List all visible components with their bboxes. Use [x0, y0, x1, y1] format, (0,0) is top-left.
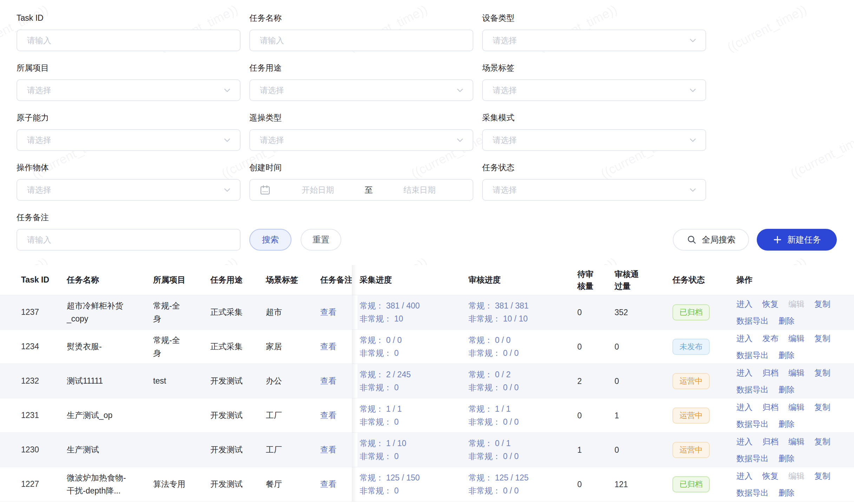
search-button[interactable]: 搜索 — [249, 229, 291, 251]
op-link[interactable]: 删除 — [779, 418, 795, 430]
field-teleop-type: 遥操类型 请选择 — [249, 113, 473, 151]
col-status: 任务状态 — [669, 265, 735, 295]
op-link[interactable]: 进入 — [736, 332, 753, 345]
cell-purpose: 正式采集 — [210, 295, 266, 329]
op-link[interactable]: 进入 — [736, 298, 753, 310]
table-row: 1234 熨烫衣服- 常规-全身 正式采集 家居 查看 常规： 0 / 0非常规… — [0, 330, 854, 364]
op-link[interactable]: 数据导出 — [736, 314, 769, 327]
col-passed-count: 审核通过量 — [613, 265, 669, 295]
op-link[interactable]: 删除 — [779, 349, 795, 362]
start-date-placeholder: 开始日期 — [273, 185, 363, 195]
scene-tag-select[interactable]: 请选择 — [482, 79, 706, 101]
cell-purpose: 开发测试 — [210, 364, 266, 398]
chevron-down-icon — [689, 36, 697, 45]
device-type-select[interactable]: 请选择 — [482, 29, 706, 51]
create-time-range-picker[interactable]: 开始日期 至 结束日期 — [249, 179, 473, 201]
operate-object-select[interactable]: 请选择 — [17, 179, 241, 201]
cell-project: 常规-全身 — [153, 295, 210, 329]
field-label: 任务备注 — [17, 213, 241, 222]
cell-scene-tag: 办公 — [266, 364, 320, 398]
table-row: 1237 超市冷鲜柜补货_copy 常规-全身 正式采集 超市 查看 常规： 3… — [0, 295, 854, 330]
view-remark-link[interactable]: 查看 — [320, 479, 336, 490]
view-remark-link[interactable]: 查看 — [320, 341, 336, 352]
field-create-time: 创建时间 开始日期 至 结束日期 — [249, 163, 473, 201]
cell-review-progress: 常规： 0 / 1非常规： 0 / 0 — [466, 433, 572, 467]
cell-review-progress: 常规： 0 / 0非常规： 0 / 0 — [466, 330, 572, 364]
op-link[interactable]: 复制 — [814, 298, 830, 310]
cell-task-id: 1227 — [0, 467, 67, 501]
op-link[interactable]: 归档 — [762, 435, 779, 448]
cell-project: test — [153, 364, 210, 398]
op-link[interactable]: 删除 — [779, 486, 795, 499]
task-table: Task ID 任务名称 所属项目 任务用途 场景标签 任务备注 采集进度 审核… — [0, 265, 854, 502]
reset-button[interactable]: 重置 — [301, 229, 341, 251]
field-label: 任务用途 — [249, 63, 473, 72]
view-remark-link[interactable]: 查看 — [320, 410, 336, 421]
op-link[interactable]: 编辑 — [788, 401, 804, 413]
op-link[interactable]: 复制 — [814, 435, 830, 448]
cell-passed-count: 352 — [613, 295, 669, 329]
col-purpose: 任务用途 — [210, 265, 266, 295]
col-review-progress: 审核进度 — [466, 265, 572, 295]
op-link[interactable]: 编辑 — [788, 366, 804, 379]
fixed-column-gap — [352, 433, 357, 467]
task-id-input[interactable] — [17, 29, 241, 51]
teleop-type-select[interactable]: 请选择 — [249, 129, 473, 151]
project-select[interactable]: 请选择 — [17, 79, 241, 101]
view-remark-link[interactable]: 查看 — [320, 307, 336, 318]
table-row: 1232 测试11111 test 开发测试 办公 查看 常规： 2 / 245… — [0, 364, 854, 398]
op-link[interactable]: 进入 — [736, 401, 753, 413]
fixed-column-gap — [352, 330, 357, 364]
task-management-page: ((current_time))((current_time))((curren… — [0, 0, 854, 504]
op-link[interactable]: 删除 — [779, 383, 795, 396]
global-search-label: 全局搜索 — [702, 234, 736, 245]
op-link[interactable]: 编辑 — [788, 435, 804, 448]
op-link[interactable]: 进入 — [736, 366, 753, 379]
new-task-button[interactable]: 新建任务 — [757, 229, 837, 251]
select-placeholder: 请选择 — [493, 85, 517, 96]
global-search-button[interactable]: 全局搜索 — [673, 229, 749, 251]
op-link[interactable]: 编辑 — [788, 332, 804, 345]
op-link[interactable]: 删除 — [779, 452, 795, 465]
chevron-down-icon — [223, 136, 231, 144]
cell-scene-tag: 工厂 — [266, 398, 320, 432]
cell-remark: 查看 — [320, 364, 352, 398]
field-label: 所属项目 — [17, 63, 241, 72]
op-link[interactable]: 复制 — [814, 401, 830, 413]
op-link[interactable]: 复制 — [814, 332, 830, 345]
op-link[interactable]: 复制 — [814, 366, 830, 379]
status-badge: 未发布 — [672, 339, 710, 355]
op-link[interactable]: 数据导出 — [736, 486, 769, 499]
collect-mode-select[interactable]: 请选择 — [482, 129, 706, 151]
view-remark-link[interactable]: 查看 — [320, 444, 336, 455]
op-link[interactable]: 归档 — [762, 401, 779, 413]
op-link[interactable]: 删除 — [779, 314, 795, 327]
op-link[interactable]: 进入 — [736, 470, 753, 482]
view-remark-link[interactable]: 查看 — [320, 376, 336, 386]
task-remark-input[interactable] — [17, 229, 241, 251]
op-link[interactable]: 恢复 — [762, 470, 779, 482]
op-link[interactable]: 数据导出 — [736, 349, 769, 362]
op-link[interactable]: 发布 — [762, 332, 779, 345]
status-badge: 已归档 — [672, 304, 710, 320]
task-status-select[interactable]: 请选择 — [482, 179, 706, 201]
op-link[interactable]: 数据导出 — [736, 452, 769, 465]
cell-project: 常规-全身 — [153, 330, 210, 364]
op-link[interactable]: 恢复 — [762, 298, 779, 310]
op-link[interactable]: 归档 — [762, 366, 779, 379]
op-link[interactable]: 数据导出 — [736, 383, 769, 396]
op-link[interactable]: 进入 — [736, 435, 753, 448]
cell-actions: 进入归档编辑复制数据导出删除 — [735, 364, 854, 398]
op-link[interactable]: 复制 — [814, 470, 830, 482]
purpose-select[interactable]: 请选择 — [249, 79, 473, 101]
plus-icon — [773, 235, 782, 245]
field-label: 创建时间 — [249, 163, 473, 172]
op-link[interactable]: 数据导出 — [736, 418, 769, 430]
task-name-input[interactable] — [249, 29, 473, 51]
cell-collect-progress: 常规： 381 / 400非常规： 10 — [357, 295, 466, 329]
cell-task-id: 1230 — [0, 433, 67, 467]
filter-buttons: 搜索 重置 — [249, 213, 473, 251]
field-atomic-capability: 原子能力 请选择 — [17, 113, 241, 151]
atomic-capability-select[interactable]: 请选择 — [17, 129, 241, 151]
cell-passed-count: 0 — [613, 364, 669, 398]
